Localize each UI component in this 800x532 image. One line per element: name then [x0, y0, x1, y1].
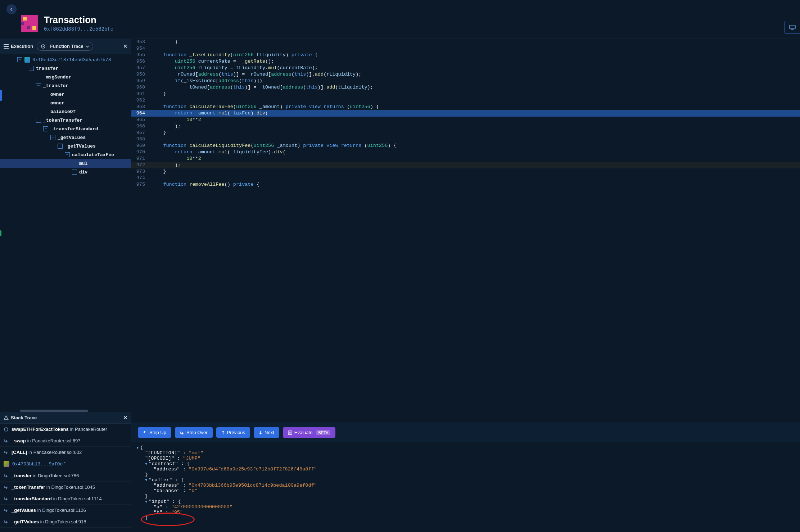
- source-code-viewer[interactable]: 953 }954955 function _takeLiquidity(uint…: [131, 39, 800, 423]
- code-text: return _amount.mul(_taxFee).div(: [149, 110, 800, 117]
- tree-node[interactable]: −_getTValues: [0, 142, 131, 150]
- code-line[interactable]: 956 uint256 currentRate = _getRate();: [131, 58, 800, 65]
- tree-node[interactable]: −calculateTaxFee: [0, 150, 131, 159]
- stack-address-link[interactable]: 0x4703bb13...9af0df: [12, 461, 65, 467]
- stack-trace-list[interactable]: swapETHForExactTokens in PancakeRouter_s…: [0, 424, 131, 528]
- tree-node-label: mul: [79, 161, 87, 166]
- evaluate-button[interactable]: EvaluateBETA: [283, 427, 336, 438]
- tree-node[interactable]: −transfer: [0, 64, 131, 73]
- code-line[interactable]: 966 );: [131, 123, 800, 130]
- collapse-icon[interactable]: −: [17, 57, 22, 62]
- stack-location: DingoToken.sol:786: [38, 473, 79, 478]
- line-number: 953: [131, 39, 149, 45]
- code-line[interactable]: 965 10**2: [131, 117, 800, 123]
- code-text: [149, 136, 800, 143]
- code-line[interactable]: 970 return _amount.mul(_liquidityFee).di…: [131, 149, 800, 155]
- caret-down-icon[interactable]: ▼: [145, 500, 148, 504]
- function-trace-tab[interactable]: Function Trace: [37, 42, 93, 51]
- tree-node[interactable]: −_transferStandard: [0, 125, 131, 133]
- caret-down-icon[interactable]: ▼: [145, 462, 148, 466]
- code-line[interactable]: 967 }: [131, 130, 800, 136]
- back-button[interactable]: [6, 4, 17, 14]
- code-line[interactable]: 953 }: [131, 39, 800, 45]
- tree-node[interactable]: −_tokenTransfer: [0, 116, 131, 125]
- stack-row[interactable]: [CALL] in PancakeRouter.sol:602: [0, 447, 131, 458]
- execution-tab-label[interactable]: Execution: [11, 44, 33, 49]
- caret-down-icon[interactable]: ▼: [136, 446, 139, 450]
- collapse-icon[interactable]: −: [29, 66, 34, 71]
- sub-arrow-icon: [4, 473, 9, 478]
- code-line[interactable]: 968: [131, 136, 800, 143]
- sub-arrow-icon: [4, 519, 9, 524]
- tree-node[interactable]: −_transfer: [0, 81, 131, 90]
- code-text: function removeAllFee() private {: [149, 181, 800, 188]
- collapse-icon[interactable]: −: [36, 118, 41, 123]
- transaction-hash[interactable]: 0xf862dd83f9...2c582bfc: [44, 26, 113, 32]
- code-line[interactable]: 954: [131, 45, 800, 52]
- code-line[interactable]: 964 return _amount.mul(_taxFee).div(: [131, 110, 800, 117]
- stack-row[interactable]: _swap in PancakeRouter.sol:697: [0, 435, 131, 447]
- tree-root[interactable]: −0x10ed43c718714eb63d5aa57b78: [0, 55, 131, 64]
- tree-node[interactable]: mul: [0, 159, 131, 168]
- line-number: 964: [131, 110, 149, 117]
- collapse-icon[interactable]: −: [65, 152, 70, 157]
- collapse-icon[interactable]: −: [72, 170, 77, 175]
- tree-node[interactable]: owner: [0, 90, 131, 99]
- tree-node[interactable]: −_getValues: [0, 133, 131, 142]
- close-execution-panel[interactable]: ✕: [123, 44, 127, 49]
- code-line[interactable]: 961 }: [131, 91, 800, 97]
- stack-row[interactable]: _transferStandard in DingoToken.sol:1114: [0, 493, 131, 505]
- tree-node-label: _tokenTransfer: [43, 118, 82, 123]
- stack-function: _transfer: [12, 473, 32, 478]
- collapse-icon[interactable]: −: [50, 135, 55, 140]
- code-line[interactable]: 958 _rOwned[address(this)] = _rOwned[add…: [131, 71, 800, 78]
- code-line[interactable]: 971 10**2: [131, 155, 800, 162]
- svg-rect-0: [790, 25, 795, 29]
- tree-node[interactable]: −div: [0, 168, 131, 176]
- stack-row[interactable]: 0x4703bb13...9af0df: [0, 458, 131, 470]
- caret-down-icon[interactable]: ▼: [145, 478, 148, 482]
- warning-icon: [4, 415, 9, 420]
- tree-node[interactable]: balanceOf: [0, 107, 131, 116]
- code-text: [149, 175, 800, 181]
- close-stack-panel[interactable]: ✕: [123, 415, 127, 420]
- call-tree[interactable]: −0x10ed43c718714eb63d5aa57b78−transfer_m…: [0, 54, 131, 409]
- code-line[interactable]: 975 function removeAllFee() private {: [131, 181, 800, 188]
- line-number: 958: [131, 71, 149, 78]
- tree-node[interactable]: _msgSender: [0, 73, 131, 81]
- step-up-button[interactable]: Step Up: [138, 427, 171, 438]
- code-text: );: [149, 123, 800, 130]
- stack-row[interactable]: _transfer in DingoToken.sol:786: [0, 470, 131, 482]
- beta-badge: BETA: [316, 430, 330, 435]
- collapse-icon[interactable]: −: [58, 144, 63, 149]
- stack-location: DingoToken.sol:1114: [58, 496, 101, 501]
- collapse-icon[interactable]: −: [43, 126, 48, 131]
- code-line[interactable]: 960 _tOwned[address(this)] = _tOwned[add…: [131, 84, 800, 91]
- stack-row[interactable]: _getValues in DingoToken.sol:1126: [0, 505, 131, 516]
- execution-panel-header: Execution Function Trace ✕: [0, 39, 131, 54]
- collapse-icon[interactable]: −: [36, 83, 41, 88]
- line-number: 972: [131, 162, 149, 168]
- code-line[interactable]: 973 }: [131, 168, 800, 175]
- code-line[interactable]: 972 );: [131, 162, 800, 168]
- inspector-panel[interactable]: ▼{"[FUNCTION]" : "mul""[OPCODE]" : "JUMP…: [131, 442, 800, 528]
- stack-row[interactable]: _getTValues in DingoToken.sol:918: [0, 516, 131, 528]
- tree-node[interactable]: owner: [0, 99, 131, 107]
- code-line[interactable]: 959 if(_isExcluded[address(this)]): [131, 78, 800, 84]
- step-over-button[interactable]: Step Over: [175, 427, 213, 438]
- code-line[interactable]: 962: [131, 97, 800, 104]
- tree-node-label: owner: [50, 100, 64, 106]
- stack-row[interactable]: swapETHForExactTokens in PancakeRouter: [0, 424, 131, 435]
- next-button[interactable]: Next: [254, 427, 279, 438]
- svg-point-4: [4, 428, 8, 431]
- previous-button[interactable]: Previous: [216, 427, 250, 438]
- code-line[interactable]: 955 function _takeLiquidity(uint256 tLiq…: [131, 52, 800, 58]
- code-line[interactable]: 957 uint256 rLiquidity = tLiquidity.mul(…: [131, 65, 800, 71]
- code-line[interactable]: 969 function calculateLiquidityFee(uint2…: [131, 143, 800, 149]
- code-line[interactable]: 974: [131, 175, 800, 181]
- monitor-button[interactable]: [784, 21, 800, 34]
- code-line[interactable]: 963 function calculateTaxFee(uint256 _am…: [131, 104, 800, 110]
- stack-function: _tokenTransfer: [12, 484, 45, 490]
- stack-location: DingoToken.sol:918: [45, 519, 86, 524]
- stack-row[interactable]: _tokenTransfer in DingoToken.sol:1045: [0, 482, 131, 493]
